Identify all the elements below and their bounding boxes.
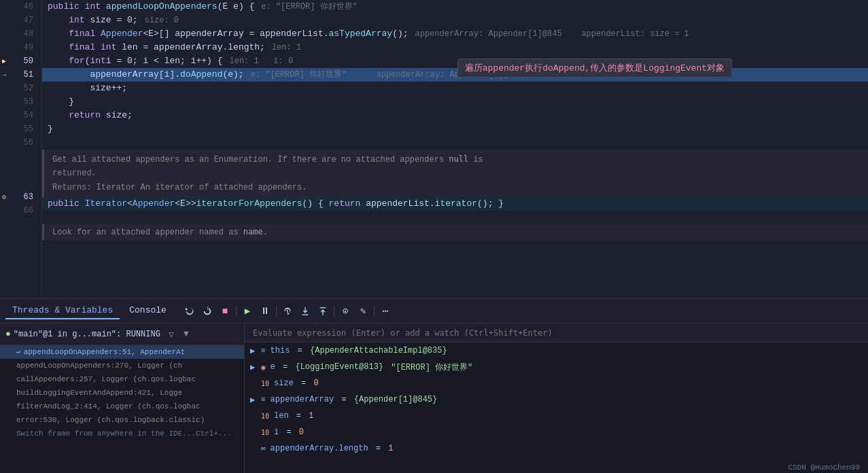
line-num-63: 63 <box>14 190 36 204</box>
run-button[interactable]: ▶ <box>239 303 256 319</box>
doc-line-1b: returned. <box>52 167 860 180</box>
var-e[interactable]: ▶ ◉ e = {LoggingEvent@813} "[ERROR] 你好世界… <box>245 359 868 375</box>
var-val-aal: 1 <box>388 444 393 453</box>
line-num-51: 51 <box>14 68 36 82</box>
code-line-47: int size = 0; size: 0 <box>42 14 868 27</box>
var-icon-this: ≡ <box>261 347 266 355</box>
toolbar-sep-2 <box>276 306 277 317</box>
marker-47 <box>0 14 8 27</box>
var-name-this: this <box>271 346 290 355</box>
more-button[interactable]: ⋯ <box>377 303 394 319</box>
marker-56 <box>0 136 8 150</box>
var-icon-e: ◉ <box>261 363 266 372</box>
doc-block-1: Get all attached appenders as an Enumera… <box>42 150 868 197</box>
var-i[interactable]: ▶ 10 i = 0 <box>245 424 868 440</box>
code-lines: public int appendLoopOnAppenders (E e) {… <box>42 0 868 298</box>
code-line-51: appenderArray[i]. doAppend (e); e: "[ERR… <box>42 68 868 82</box>
var-icon-len: 10 <box>261 413 269 420</box>
stack-frame-0[interactable]: ↩ appendLoopOnAppenders:51, AppenderAt <box>0 345 244 359</box>
thread-dropdown-button[interactable]: ▼ <box>179 328 193 341</box>
var-eq-len: = <box>292 411 307 421</box>
evaluate-button[interactable]: ✎ <box>355 303 371 319</box>
type-appender-48: Appender <box>101 27 143 41</box>
debug-val-47: size: 0 <box>145 14 179 27</box>
toolbar-sep-3 <box>334 306 334 317</box>
kw-int-50: int <box>90 54 105 68</box>
code-line-53: } <box>42 95 868 109</box>
code-line-52: size++; <box>42 82 868 95</box>
toolbar-sep-4 <box>374 306 375 317</box>
marker-54 <box>0 109 8 122</box>
type-iterator-63: Iterator <box>85 197 127 211</box>
debug-arrow-63: ⊙ <box>2 193 6 201</box>
var-val-this: {AppenderAttachableImpl@835} <box>310 346 447 355</box>
code-line-49: final int len = appenderArray.length; le… <box>42 41 868 54</box>
var-icon-i: 10 <box>261 429 269 436</box>
stop-button[interactable]: ■ <box>217 303 233 319</box>
stack-frame-4[interactable]: filterAndLog_2:414, Logger (ch.qos.logba… <box>0 400 244 413</box>
code-line-63: public Iterator < Appender <E>> iterator… <box>42 197 868 211</box>
code-line-66 <box>42 211 868 224</box>
var-val-e-extra: "[ERROR] 你好世界" <box>386 362 472 373</box>
kw-int-46: int <box>85 0 101 14</box>
var-val-i: 0 <box>299 427 304 437</box>
var-63e: (); } <box>477 197 504 211</box>
line-num-54: 54 <box>14 109 36 122</box>
marker-53 <box>0 95 8 109</box>
kw-return-54: return <box>69 109 101 122</box>
svg-rect-0 <box>287 309 288 312</box>
step-over-button[interactable] <box>279 303 296 319</box>
line-num-56: 56 <box>14 136 36 150</box>
var-expand-aal: ▶ <box>250 444 258 454</box>
var-appenderarray[interactable]: ▶ ≡ appenderArray = {Appender[1]@845} <box>245 391 868 408</box>
doc-line-1c: Returns: Iterator An iterator of attache… <box>52 181 860 194</box>
var-51b: (e); <box>222 68 243 82</box>
step-out-button[interactable] <box>315 303 331 319</box>
editor-area: ▶ → ⊙ 46 47 48 49 50 51 52 53 54 55 <box>0 0 868 299</box>
stack-frame-label-3: buildLoggingEventAndAppend:421, Logge <box>16 389 182 397</box>
code-line-55: } <box>42 122 868 136</box>
stack-frame-2[interactable]: callAppenders:257, Logger (ch.qos.logbac <box>0 372 244 386</box>
var-63b: <E>> <box>175 197 196 211</box>
var-val-size: 0 <box>313 379 318 388</box>
var-53: } <box>69 95 74 109</box>
eval-input[interactable] <box>253 328 860 338</box>
line-num-50: 50 <box>14 54 36 68</box>
marker-63: ⊙ <box>0 190 8 204</box>
var-len[interactable]: ▶ 10 len = 1 <box>245 408 868 424</box>
var-icon-appenderarray: ≡ <box>261 396 266 404</box>
var-49: len = appenderArray.length; <box>122 41 265 54</box>
thread-status-indicator: ● <box>5 329 11 339</box>
var-icon-aal: ∞ <box>261 444 266 453</box>
var-appenderarray-length[interactable]: ▶ ∞ appenderArray.length = 1 <box>245 440 868 457</box>
var-this[interactable]: ▶ ≡ this = {AppenderAttachableImpl@835} <box>245 343 868 359</box>
fn-appendloop-46: appendLoopOnAppenders <box>106 0 218 14</box>
var-name-size: size <box>274 379 294 388</box>
stack-frame-more[interactable]: Switch frame from anywhere in the IDE...… <box>0 427 244 440</box>
resume-button[interactable] <box>199 303 215 319</box>
current-line-marker: → <box>2 71 6 79</box>
stack-frame-1[interactable]: appendLoopOnAppenders:270, Logger (ch <box>0 359 244 372</box>
var-eq-e: = <box>278 362 293 372</box>
debug-content: ● "main"@1 in g...main": RUNNING ▽ ▼ ↩ a… <box>0 323 868 473</box>
var-name-e: e <box>271 362 275 372</box>
var-eq-size: = <box>296 379 311 388</box>
pause-button[interactable]: ⏸ <box>257 303 273 319</box>
stack-frame-5[interactable]: error:530, Logger (ch.qos.logback.classi… <box>0 413 244 427</box>
debug-arrow-50: ▶ <box>2 57 6 65</box>
tab-console[interactable]: Console <box>122 302 173 319</box>
thread-filter-button[interactable]: ▽ <box>164 328 178 341</box>
run-to-cursor-button[interactable]: ⊙ <box>337 303 353 319</box>
stack-frame-3[interactable]: buildLoggingEventAndAppend:421, Logge <box>0 386 244 400</box>
marker-55 <box>0 122 8 136</box>
rerun-button[interactable] <box>181 303 198 319</box>
step-into-button[interactable] <box>297 303 313 319</box>
marker-52 <box>0 82 8 95</box>
var-size[interactable]: ▶ 10 size = 0 <box>245 375 868 391</box>
tab-threads-variables[interactable]: Threads & Variables <box>5 302 120 319</box>
var-eq-aal: = <box>371 444 386 453</box>
kw-public-63: public <box>48 197 80 211</box>
debug-val-50: len: 1 i: 0 <box>229 54 293 68</box>
var-52: size++; <box>90 82 127 95</box>
type-appender-63: Appender <box>133 197 175 211</box>
